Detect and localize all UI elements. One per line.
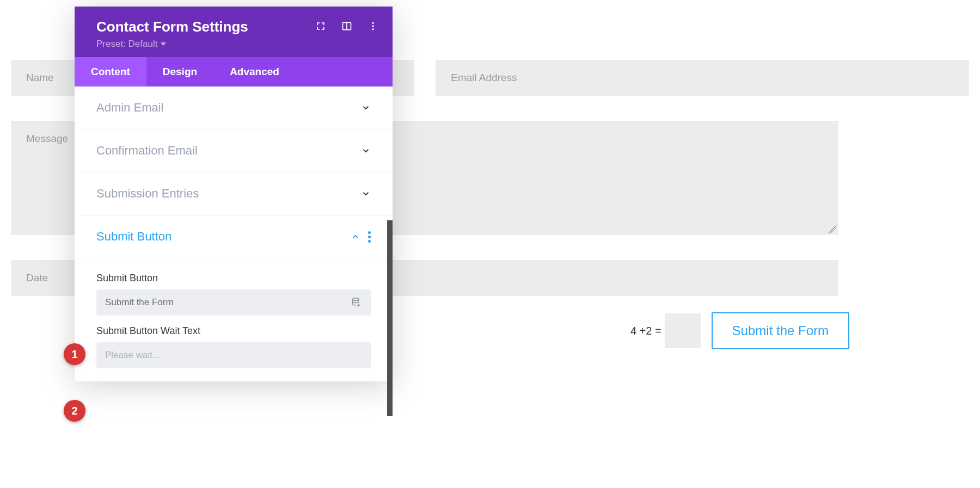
tab-advanced[interactable]: Advanced	[213, 57, 296, 87]
panel-body: Admin Email Confirmation Email Submissio…	[75, 87, 393, 381]
scrollbar[interactable]	[387, 220, 393, 416]
resize-handle-icon[interactable]	[829, 225, 836, 233]
section-submission-entries[interactable]: Submission Entries	[75, 172, 393, 215]
preset-label: Preset: Default	[96, 39, 157, 50]
captcha-label: 4 +2 =	[630, 313, 701, 348]
columns-icon[interactable]	[341, 21, 352, 32]
chevron-up-icon	[351, 232, 360, 242]
settings-panel: Contact Form Settings Preset: Default Co…	[75, 7, 393, 381]
section-confirmation-email[interactable]: Confirmation Email	[75, 129, 393, 172]
section-title: Confirmation Email	[96, 144, 198, 158]
svg-point-5	[353, 298, 359, 301]
captcha-input[interactable]	[665, 313, 701, 348]
section-title: Admin Email	[96, 101, 163, 115]
svg-point-2	[372, 22, 373, 24]
message-placeholder: Message	[26, 133, 68, 144]
wait-text-text-input[interactable]	[105, 350, 362, 361]
kebab-icon[interactable]	[367, 21, 378, 32]
tab-design[interactable]: Design	[146, 57, 213, 87]
tab-content[interactable]: Content	[75, 57, 146, 87]
dynamic-content-icon[interactable]	[351, 297, 362, 308]
wait-text-field-label: Submit Button Wait Text	[96, 325, 371, 337]
wait-text-input[interactable]	[96, 342, 371, 368]
svg-point-3	[372, 25, 373, 27]
submit-button-input[interactable]	[96, 289, 371, 316]
caret-down-icon	[161, 42, 166, 46]
section-title: Submit Button	[96, 230, 171, 244]
chevron-down-icon	[361, 189, 371, 199]
panel-header: Contact Form Settings Preset: Default	[75, 7, 393, 57]
tab-bar: Content Design Advanced	[75, 57, 393, 87]
section-kebab-icon[interactable]	[368, 231, 371, 243]
captcha-text: 4 +2 =	[630, 325, 661, 337]
submit-button[interactable]: Submit the Form	[712, 312, 849, 349]
annotation-badge-2: 2	[64, 400, 85, 422]
svg-point-4	[372, 28, 373, 30]
submit-button-field-label: Submit Button	[96, 273, 371, 284]
annotation-badge-1: 1	[64, 343, 85, 365]
submit-button-text-input[interactable]	[105, 297, 347, 308]
chevron-down-icon	[361, 146, 371, 156]
expand-icon[interactable]	[315, 21, 326, 32]
section-submit-button-content: Submit Button Submit Button Wait Text	[75, 258, 393, 381]
chevron-down-icon	[361, 103, 371, 113]
preset-selector[interactable]: Preset: Default	[96, 39, 376, 50]
section-submit-button[interactable]: Submit Button	[75, 215, 393, 258]
email-field[interactable]: Email Address	[436, 60, 969, 96]
section-admin-email[interactable]: Admin Email	[75, 87, 393, 129]
section-title: Submission Entries	[96, 187, 199, 201]
